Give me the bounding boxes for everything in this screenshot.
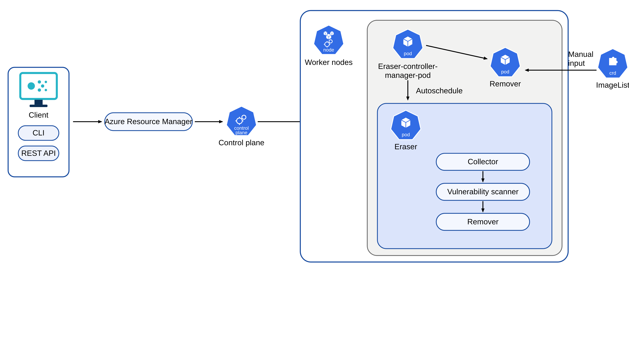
svg-text:pod: pod [501, 69, 509, 74]
svg-text:pod: pod [404, 51, 412, 56]
rest-label: REST API [21, 149, 56, 157]
client-title: Client [29, 111, 48, 119]
control-plane-label: Control plane [218, 138, 264, 147]
svg-text:node: node [323, 47, 334, 53]
svg-point-15 [38, 88, 41, 92]
client-box: Client CLI REST API [8, 67, 69, 177]
imagelist-icon: crd [598, 49, 628, 78]
scanner-label: Vulnerability scanner [447, 187, 518, 196]
svg-point-16 [45, 81, 47, 83]
control-plane-icon: control plane [226, 106, 257, 135]
svg-point-14 [41, 84, 44, 88]
svg-point-13 [38, 80, 41, 84]
manual-input-1: Manual [568, 50, 593, 58]
svg-rect-11 [29, 105, 47, 107]
eraser-label: Eraser [395, 142, 417, 151]
collector-label: Collector [468, 157, 498, 166]
manual-input-2: input [568, 59, 585, 67]
svg-text:plane: plane [235, 130, 247, 135]
remover-pipeline-label: Remover [467, 217, 498, 226]
eraser-controller-label-1: Eraser-controller- [378, 62, 438, 71]
svg-point-12 [27, 82, 35, 90]
remover-label: Remover [490, 80, 521, 88]
worker-nodes-label: Worker nodes [305, 58, 353, 67]
autoschedule-label: Autoschedule [416, 86, 463, 95]
svg-text:pod: pod [402, 132, 410, 137]
svg-rect-9 [20, 73, 57, 99]
svg-rect-10 [34, 100, 43, 105]
imagelist-label: ImageList [596, 81, 629, 89]
svg-point-17 [45, 89, 47, 91]
svg-text:crd: crd [609, 70, 616, 76]
cli-label: CLI [33, 128, 44, 137]
eraser-controller-label-2: manager-pod [385, 71, 431, 80]
arm-label: Azure Resource Manager [105, 117, 192, 126]
